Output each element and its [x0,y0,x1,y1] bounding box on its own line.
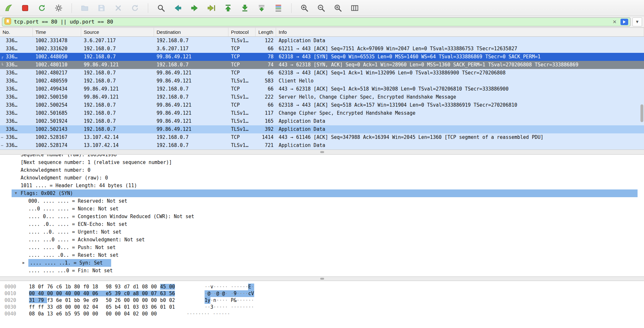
column-header-time[interactable]: Time [33,28,81,36]
filter-bookmark-icon[interactable] [4,18,11,26]
start-capture-icon[interactable] [4,4,13,13]
cell-no: 336… [0,117,33,125]
cell-length: 66 [255,45,276,53]
column-header-no[interactable]: No. [0,28,33,36]
packet-row[interactable]: 336…1002.502143192.168.0.799.86.49.121TL… [0,125,644,133]
packet-row[interactable]: 336…1002.49943499.86.49.121192.168.0.7TC… [0,85,644,93]
detail-line[interactable]: Acknowledgment number (raw): 0 [12,174,638,182]
cell-length: 117 [255,109,276,117]
detail-line[interactable]: 1011 .... = Header Length: 44 bytes (11) [12,182,638,189]
hex-ascii[interactable]: ··3············· [205,304,254,311]
cell-protocol: TLSv1… [228,117,255,125]
cell-no: 336… [0,45,33,53]
hex-ascii[interactable]: ··v···········E· [205,284,254,290]
detail-line[interactable]: .... .... 0... = Push: Not set [12,244,638,251]
cell-length: 583 [255,77,276,85]
hex-row[interactable]: 00203179f36e01bb9ed9502600000000b0021y·n… [5,297,644,304]
hex-row[interactable]: 0000180f76c61b80f0189893d7d108004500··v·… [5,284,644,290]
filter-clear-icon[interactable]: ✕ [611,19,618,25]
hex-bytes[interactable]: 080a13e6b5950000000004020000 [29,311,157,317]
expand-expander-icon[interactable]: ▶ [23,259,25,267]
cell-time: 1002.500150 [33,93,81,101]
stop-capture-icon[interactable] [21,4,30,13]
packet-row[interactable]: └336…1002.48011099.86.49.121192.168.0.7T… [0,61,644,69]
zoom-in-icon[interactable] [300,4,309,13]
hex-bytes[interactable]: 180f76c61b80f0189893d7d108004500 [29,284,175,290]
packet-row[interactable]: 336…1002.50015099.86.49.121192.168.0.7TL… [0,93,644,101]
packet-row[interactable]: ╌336…1002.52817413.107.42.14192.168.0.7T… [0,141,644,150]
cell-destination: 99.86.49.121 [154,125,228,133]
cell-info: Application Data [276,125,644,133]
cell-time: 1002.500254 [33,101,81,109]
go-back-icon[interactable] [173,4,182,13]
go-forward-icon[interactable] [190,4,199,13]
cell-no: 336… [0,85,33,93]
hex-row[interactable]: 00100040000040004006e539c0a800076356·@··… [5,290,644,297]
detail-line[interactable]: .... ..0. .... = Urgent: Not set [12,228,638,236]
related-packet-marker-icon: ╌ [1,134,6,141]
splitter-handle-icon [320,278,324,280]
splitter-details-bytes[interactable] [0,276,644,281]
detail-line[interactable]: .... 0... .... = Congestion Window Reduc… [12,213,638,220]
detail-line[interactable]: ▼Flags: 0x002 (SYN) [12,189,638,197]
packet-row[interactable]: 336…1002.331620192.168.0.73.6.207.117TCP… [0,45,644,53]
detail-line[interactable]: Acknowledgment number: 0 [12,166,638,174]
packet-row[interactable]: ┌336…1002.448050192.168.0.799.86.49.121T… [0,53,644,61]
column-header-info[interactable]: Info [276,28,644,36]
packet-bytes-pane[interactable]: 0000180f76c61b80f0189893d7d108004500··v·… [0,281,644,328]
hex-bytes[interactable]: 0040000040004006e539c0a800076356 [29,290,175,297]
display-filter-input[interactable]: tcp.port == 80 || udp.port == 80 ✕ [2,17,630,26]
packet-row[interactable]: 336…1002.3314783.6.207.117192.168.0.7TLS… [0,37,644,45]
column-header-destination[interactable]: Destination [154,28,228,36]
packet-row[interactable]: 336…1002.480559192.168.0.799.86.49.121TL… [0,77,644,85]
packet-row[interactable]: ╌336…1002.52816713.107.42.14192.168.0.7T… [0,133,644,141]
packet-list-scrollbar[interactable] [640,104,643,122]
hex-ascii[interactable]: ·@··@·@··9····cV [205,290,254,297]
hex-bytes[interactable]: 3179f36e01bb9ed9502600000000b002 [29,297,175,304]
packet-row[interactable]: 336…1002.480217192.168.0.799.86.49.121TC… [0,69,644,77]
detail-line[interactable]: ▶.... .... ..1. = Syn: Set [12,259,638,267]
detail-line[interactable]: .... .0.. .... = ECN-Echo: Not set [12,220,638,228]
hex-row[interactable]: 0030ffff33d80000020405b4010303060101··3·… [5,304,644,311]
go-first-packet-icon[interactable] [224,4,233,13]
zoom-reset-icon[interactable] [333,4,342,13]
splitter-list-details[interactable] [0,150,644,155]
detail-line[interactable]: .... .... .0.. = Reset: Not set [12,251,638,259]
auto-scroll-icon[interactable] [257,4,266,13]
cell-protocol: TCP [228,45,255,53]
detail-line[interactable]: [Next sequence number: 1 (relative seque… [12,159,638,166]
go-last-packet-icon[interactable] [240,4,249,13]
hex-bytes[interactable]: ffff33d80000020405b4010303060101 [29,304,175,311]
column-header-source[interactable]: Source [81,28,154,36]
cell-no: └336… [0,61,33,69]
detail-line[interactable]: ...0 .... .... = Nonce: Not set [12,205,638,213]
detail-line[interactable]: .... .... ...0 = Fin: Not set [12,267,638,275]
go-to-packet-icon[interactable] [207,4,216,13]
detail-line[interactable]: 000. .... .... = Reserved: Not set [12,197,638,205]
packet-row[interactable]: 336…1002.501924192.168.0.799.86.49.121TL… [0,117,644,125]
packet-row[interactable]: 336…1002.500254192.168.0.799.86.49.121TC… [0,101,644,109]
column-header-protocol[interactable]: Protocol [228,28,255,36]
packet-details[interactable]: Sequence number (raw): 2605041998[Next s… [0,155,644,276]
collapse-expander-icon[interactable]: ▼ [15,189,17,197]
detail-line[interactable]: .... ...0 .... = Acknowledgment: Not set [12,236,638,244]
hex-ascii[interactable]: ·············· [187,311,230,317]
find-packet-icon[interactable] [157,4,166,13]
filter-text[interactable]: tcp.port == 80 || udp.port == 80 [14,19,609,25]
cell-source: 3.6.207.117 [81,37,154,45]
cell-protocol: TCP [228,69,255,77]
packet-row[interactable]: 336…1002.501685192.168.0.799.86.49.121TL… [0,109,644,117]
filter-dropdown-button[interactable]: ▼ [632,17,642,26]
hex-ascii[interactable]: 1y·n····P&······ [205,297,254,304]
packet-list-body[interactable]: 336…1002.3314783.6.207.117192.168.0.7TLS… [0,37,644,150]
column-header-length[interactable]: Length [255,28,276,36]
capture-options-icon[interactable] [54,4,63,13]
cell-protocol: TCP [228,101,255,109]
filter-apply-icon[interactable] [620,19,628,25]
resize-columns-icon[interactable] [350,4,359,13]
detail-line[interactable]: Sequence number (raw): 2605041998 [12,155,638,159]
hex-row[interactable]: 0040080a13e6b5950000000004020000········… [5,311,644,317]
restart-capture-icon[interactable] [37,4,46,13]
zoom-out-icon[interactable] [317,4,326,13]
colorize-icon[interactable] [274,4,283,13]
